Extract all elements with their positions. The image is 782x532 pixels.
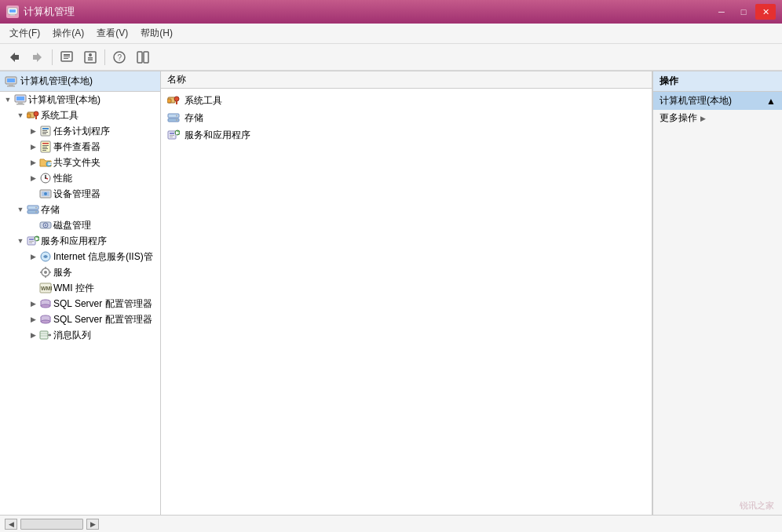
right-action-more[interactable]: 更多操作 ▶ — [653, 110, 782, 126]
svg-rect-34 — [42, 132, 48, 133]
svg-rect-24 — [16, 97, 24, 100]
svg-point-77 — [174, 97, 179, 101]
forward-button[interactable] — [27, 47, 49, 67]
right-section-title[interactable]: 计算机管理(本地) ▲ — [653, 92, 782, 110]
content-storage-icon — [167, 111, 180, 124]
tree-item-device-mgr[interactable]: ▶ 设备管理器 — [0, 186, 160, 202]
svg-rect-37 — [42, 143, 49, 144]
right-action-arrow: ▶ — [700, 115, 706, 122]
svg-rect-73 — [40, 331, 48, 339]
title-bar: 计算机管理 ─ □ ✕ — [0, 0, 782, 24]
shared-folders-icon: ⇄ — [39, 156, 52, 169]
tree-item-storage[interactable]: ▼ 存储 — [0, 202, 160, 217]
svg-point-69 — [41, 304, 50, 308]
tree-item-sys-tools[interactable]: ▼ 系统工具 — [0, 107, 160, 123]
tree-item-svc-apps[interactable]: ▼ ▶ 服务和应用程序 — [0, 233, 160, 249]
tree-item-task-sched[interactable]: ▶ 任务计划程序 — [0, 123, 160, 139]
center-content[interactable]: 系统工具 存储 — [161, 89, 652, 515]
tree-item-shared-folders[interactable]: ▶ ⇄ 共享文件夹 — [0, 155, 160, 170]
content-item-svc-apps[interactable]: ▶ 服务和应用程序 — [161, 126, 652, 144]
right-section-arrow: ▲ — [766, 96, 776, 107]
col-name: 名称 — [161, 71, 652, 88]
menu-help[interactable]: 帮助(H) — [134, 25, 179, 42]
tree-item-root[interactable]: ▼ 计算机管理(本地) — [0, 92, 160, 107]
expand-sql1[interactable]: ▶ — [27, 297, 39, 310]
tree-label-iis: Internet 信息服务(IIS)管 — [53, 250, 153, 264]
tree-item-sql1[interactable]: ▶ SQL Server 配置管理器 — [0, 296, 160, 312]
help-button[interactable]: ? — [108, 47, 130, 67]
expand-device-mgr[interactable]: ▶ — [27, 188, 39, 200]
expand-perf[interactable]: ▶ — [27, 172, 39, 184]
tree-item-sql2[interactable]: ▶ SQL Server 配置管理器 — [0, 312, 160, 327]
up-button[interactable] — [56, 47, 78, 67]
svg-point-12 — [89, 53, 92, 56]
svg-rect-39 — [42, 147, 47, 148]
svg-rect-28 — [27, 114, 31, 118]
tree-label-event-viewer: 事件查看器 — [53, 140, 100, 154]
show-hide-button[interactable] — [132, 47, 154, 67]
expand-sys-tools[interactable]: ▼ — [14, 109, 27, 122]
content-item-storage[interactable]: 存储 — [161, 109, 652, 126]
tree-item-event-viewer[interactable]: ▶ 事件查看器 — [0, 139, 160, 155]
tree-item-disk-mgr[interactable]: ▶ 磁盘管理 — [0, 217, 160, 233]
back-button[interactable] — [3, 47, 25, 67]
tree-item-iis[interactable]: ▶ Internet 信息服务(IIS)管 — [0, 249, 160, 264]
window-title: 计算机管理 — [24, 5, 75, 19]
svg-text:⇄: ⇄ — [48, 162, 52, 166]
expand-iis[interactable]: ▶ — [27, 250, 39, 263]
expand-root[interactable]: ▼ — [2, 93, 14, 106]
menu-action[interactable]: 操作(A) — [46, 25, 90, 42]
expand-shared-folders[interactable]: ▶ — [27, 156, 39, 169]
expand-sql2[interactable]: ▶ — [27, 313, 39, 326]
sys-tools-icon — [27, 109, 39, 122]
svg-rect-84 — [170, 133, 174, 134]
expand-event-viewer[interactable]: ▶ — [27, 140, 39, 153]
expand-svc-apps[interactable]: ▼ — [14, 235, 27, 247]
properties-button[interactable] — [79, 47, 101, 67]
svg-rect-85 — [170, 135, 174, 136]
tree-container[interactable]: ▼ 计算机管理(本地) ▼ — [0, 92, 160, 515]
scroll-right-btn[interactable]: ▶ — [86, 519, 99, 530]
svg-text:▶: ▶ — [35, 236, 39, 241]
menu-file[interactable]: 文件(F) — [3, 25, 46, 42]
toolbar-separator-1 — [52, 49, 53, 65]
expand-disk-mgr[interactable]: ▶ — [27, 219, 39, 231]
tree-item-msmq[interactable]: ▶ 消息队列 — [0, 327, 160, 343]
content-label-storage: 存储 — [185, 111, 203, 125]
scroll-left-btn[interactable]: ◀ — [5, 519, 17, 530]
main-container: 计算机管理(本地) ▼ 计算机管理(本地) ▼ — [0, 71, 782, 515]
tree-item-perf[interactable]: ▶ 性能 — [0, 170, 160, 186]
disk-mgr-icon — [39, 219, 52, 231]
content-svc-apps-icon: ▶ — [167, 129, 180, 141]
msmq-icon — [39, 329, 52, 341]
expand-services[interactable]: ▶ — [27, 266, 39, 279]
right-panel-header: 操作 — [653, 71, 782, 92]
maximize-button[interactable]: □ — [733, 4, 754, 20]
expand-storage[interactable]: ▼ — [14, 203, 27, 216]
expand-msmq[interactable]: ▶ — [27, 329, 39, 341]
minimize-button[interactable]: ─ — [711, 4, 732, 20]
svg-marker-3 — [10, 53, 15, 62]
svg-rect-20 — [7, 78, 15, 82]
tree-item-wmi[interactable]: ▶ WMI WMI 控件 — [0, 280, 160, 296]
tree-label-disk-mgr: 磁盘管理 — [53, 219, 91, 232]
expand-wmi[interactable]: ▶ — [27, 282, 39, 294]
svg-rect-41 — [42, 150, 46, 151]
scroll-track[interactable] — [20, 519, 83, 530]
tree-item-services[interactable]: ▶ 服务 — [0, 264, 160, 280]
tree-label-shared-folders: 共享文件夹 — [53, 156, 100, 169]
right-section-label: 计算机管理(本地) — [660, 94, 732, 107]
expand-task-sched[interactable]: ▶ — [27, 125, 39, 137]
tree-header: 计算机管理(本地) — [0, 71, 160, 92]
center-header: 名称 — [161, 71, 652, 89]
content-item-sys-tools[interactable]: 系统工具 — [161, 92, 652, 109]
svg-rect-33 — [42, 130, 47, 131]
tree-label-sys-tools: 系统工具 — [41, 109, 79, 122]
window-controls: ─ □ ✕ — [711, 4, 776, 20]
right-action-label: 更多操作 — [660, 111, 697, 125]
svg-rect-59 — [29, 242, 32, 243]
tree-label-device-mgr: 设备管理器 — [53, 188, 100, 201]
tree-label-sql1: SQL Server 配置管理器 — [53, 297, 152, 311]
menu-view[interactable]: 查看(V) — [90, 25, 134, 42]
close-button[interactable]: ✕ — [755, 4, 776, 20]
